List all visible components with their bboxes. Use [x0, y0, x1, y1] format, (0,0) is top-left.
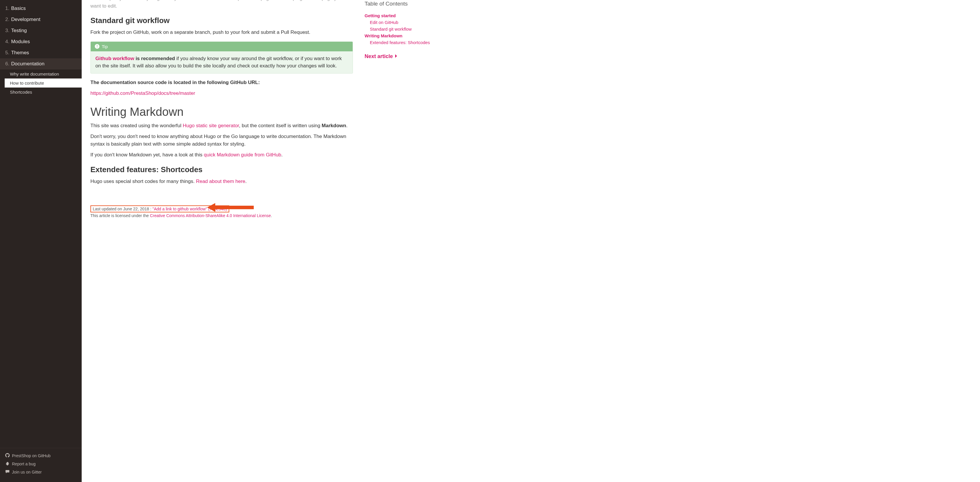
- source-location-bold: The documentation source code is located…: [91, 80, 260, 85]
- heading-extended-features: Extended features: Shortcodes: [91, 165, 353, 174]
- nav-label: Themes: [11, 50, 29, 56]
- next-article-link[interactable]: Next article: [364, 53, 442, 59]
- sidebar-item-documentation[interactable]: 6. Documentation: [0, 58, 82, 70]
- toc-link-standard-git[interactable]: Standard git workflow: [364, 25, 442, 32]
- nav-label: Documentation: [11, 61, 45, 67]
- nav-num: 2.: [5, 17, 10, 22]
- heading-standard-git: Standard git workflow: [91, 16, 353, 25]
- last-updated-box: Last updated on June 22, 2018 : "Add a l…: [91, 205, 229, 212]
- tip-callout-head: ! Tip: [91, 42, 353, 51]
- sidebar-footer: PrestShop on GitHub Report a bug Join us…: [0, 448, 82, 482]
- github-icon: [5, 453, 10, 458]
- bug-icon: [5, 461, 10, 466]
- sidebar-subitem-shortcodes[interactable]: Shortcodes: [5, 87, 82, 97]
- sidebar-item-basics[interactable]: 1. Basics: [0, 3, 82, 14]
- nav-num: 5.: [5, 50, 10, 56]
- nav-label: Testing: [11, 28, 27, 33]
- sidebar-subitem-why[interactable]: Why write documentation: [5, 70, 82, 78]
- toc-link-getting-started[interactable]: Getting started: [364, 12, 442, 19]
- nav-label: Modules: [11, 39, 30, 45]
- tip-callout-body: Github workflow is recommended if you al…: [91, 51, 353, 73]
- footer-link-label: Join us on Gitter: [12, 470, 42, 474]
- hugo-link[interactable]: Hugo static site generator: [183, 123, 239, 128]
- nav-num: 6.: [5, 61, 10, 67]
- text-span: Hugo uses special short codes for many t…: [91, 178, 196, 184]
- paragraph-shortcodes: Hugo uses special short codes for many t…: [91, 178, 353, 185]
- footer-link-github[interactable]: PrestShop on GitHub: [0, 452, 82, 460]
- footer-link-bug[interactable]: Report a bug: [0, 460, 82, 468]
- nav-label: Development: [11, 17, 40, 22]
- article-footer-meta: Last updated on June 22, 2018 : "Add a l…: [91, 205, 353, 218]
- toc-link-edit-github[interactable]: Edit on GitHub: [364, 19, 442, 25]
- paragraph-dont-worry: Don't worry, you don't need to know anyt…: [91, 133, 353, 148]
- sidebar-subnav: Why write documentation How to contribut…: [0, 70, 82, 97]
- toc-link-writing-markdown[interactable]: Writing Markdown: [364, 32, 442, 39]
- text-span: This site was created using the wonderfu…: [91, 123, 183, 128]
- toc-link-extended[interactable]: Extended features: Shortcodes: [364, 39, 442, 46]
- sidebar-item-testing[interactable]: 3. Testing: [0, 25, 82, 36]
- source-url-paragraph: https://github.com/PrestaShop/docs/tree/…: [91, 89, 353, 97]
- info-icon: !: [95, 44, 99, 49]
- footer-link-gitter[interactable]: Join us on Gitter: [0, 468, 82, 476]
- tip-callout: ! Tip Github workflow is recommended if …: [91, 41, 353, 73]
- chat-icon: [5, 469, 10, 475]
- text-span: If you don't know Markdown yet, have a l…: [91, 152, 204, 157]
- sidebar: 1. Basics 2. Development 3. Testing 4. M…: [0, 0, 82, 482]
- docs-repo-link[interactable]: https://github.com/PrestaShop/docs/tree/…: [91, 91, 195, 96]
- tip-label: Tip: [102, 44, 108, 49]
- paragraph-fork: Fork the project on GitHub, work on a se…: [91, 29, 353, 36]
- footer-link-label: PrestShop on GitHub: [12, 453, 51, 458]
- paragraph-md-guide: If you don't know Markdown yet, have a l…: [91, 151, 353, 159]
- markdown-guide-link[interactable]: quick Markdown guide from GitHub: [204, 152, 282, 157]
- read-shortcodes-link[interactable]: Read about them here: [196, 178, 245, 184]
- updated-prefix: Last updated on June 22, 2018 :: [93, 207, 153, 211]
- sidebar-item-modules[interactable]: 4. Modules: [0, 36, 82, 47]
- footer-link-label: Report a bug: [12, 461, 36, 466]
- license-prefix: This article is licensed under the: [91, 213, 150, 218]
- text-span: .: [245, 178, 247, 184]
- article-content: You can pretty much everything directly …: [82, 0, 362, 482]
- sidebar-subitem-contribute[interactable]: How to contribute: [5, 78, 82, 87]
- license-link[interactable]: Creative Commons Attribution-ShareAlike …: [150, 213, 271, 218]
- nav-label: Basics: [11, 6, 25, 11]
- next-article-label: Next article: [364, 53, 393, 59]
- tip-bold: is recommended: [134, 56, 175, 61]
- table-of-contents: Table of Contents Getting started Edit o…: [362, 0, 449, 482]
- sidebar-item-development[interactable]: 2. Development: [0, 14, 82, 25]
- license-line: This article is licensed under the Creat…: [91, 213, 353, 218]
- text-span: .: [281, 152, 283, 157]
- text-span: , but the content itself is written usin…: [239, 123, 321, 128]
- markdown-bold: Markdown: [322, 123, 346, 128]
- nav-num: 4.: [5, 39, 10, 45]
- github-workflow-link[interactable]: Github workflow: [95, 56, 134, 61]
- chevron-right-icon: [395, 53, 398, 59]
- toc-title: Table of Contents: [364, 1, 442, 7]
- sidebar-nav: 1. Basics 2. Development 3. Testing 4. M…: [0, 0, 82, 97]
- paragraph-source-location: The documentation source code is located…: [91, 79, 353, 86]
- text-span: .: [346, 123, 348, 128]
- heading-writing-markdown: Writing Markdown: [91, 105, 353, 118]
- license-suffix: .: [271, 213, 272, 218]
- paragraph-hugo: This site was created using the wonderfu…: [91, 122, 353, 130]
- last-commit-link[interactable]: "Add a link to github workflow" (753e940…: [153, 207, 227, 211]
- nav-num: 3.: [5, 28, 10, 33]
- truncated-paragraph: You can pretty much everything directly …: [91, 0, 353, 10]
- nav-num: 1.: [5, 6, 10, 11]
- sidebar-item-themes[interactable]: 5. Themes: [0, 47, 82, 58]
